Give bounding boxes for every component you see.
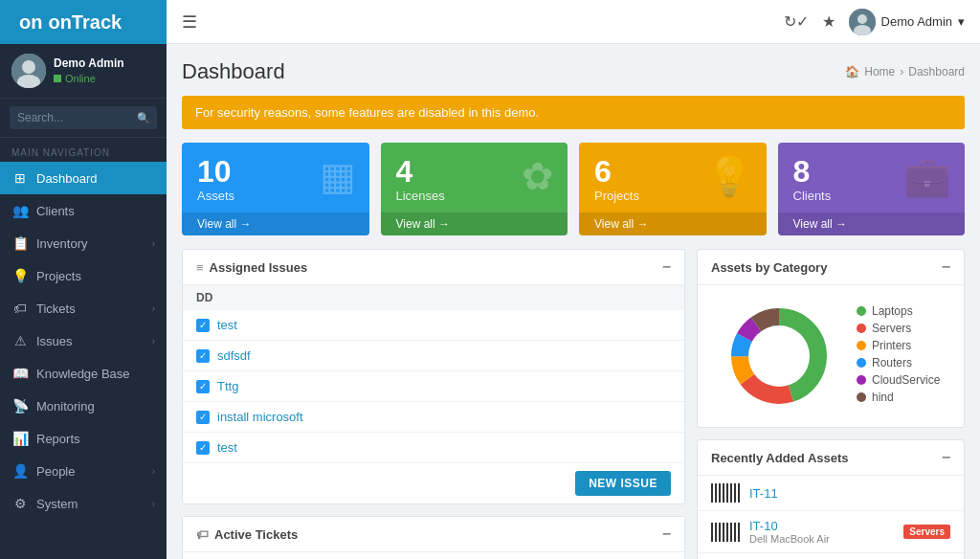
chevron-down-icon: ▾	[958, 14, 965, 29]
star-icon[interactable]: ★	[822, 12, 835, 31]
minimize-button[interactable]: −	[942, 259, 950, 275]
issue-checkbox[interactable]: ✓	[196, 380, 210, 393]
alert-banner: For security reasons, some features are …	[182, 96, 965, 129]
sidebar-item-clients[interactable]: 👥 Clients	[0, 194, 167, 227]
svg-point-12	[748, 325, 810, 387]
legend-item: hind	[857, 391, 940, 404]
clients-icon: 💼	[903, 154, 951, 199]
list-item: IT-9 Laptops	[698, 553, 964, 559]
active-tickets-title: Active Tickets	[214, 527, 298, 542]
content-area: Dashboard 🏠 Home › Dashboard For securit…	[167, 44, 980, 559]
issue-text: test	[217, 440, 237, 455]
sidebar-item-label: Dashboard	[36, 171, 155, 186]
content-header: Dashboard 🏠 Home › Dashboard	[182, 59, 965, 84]
sidebar-item-system[interactable]: ⚙ System ›	[0, 487, 167, 520]
sidebar-item-label: Monitoring	[36, 399, 155, 414]
search-input[interactable]	[10, 106, 157, 129]
clients-icon: 👥	[11, 203, 29, 218]
asset-sub: Dell MacBook Air	[749, 533, 894, 545]
sidebar-item-label: Reports	[36, 432, 155, 446]
assets-category-title: Assets by Category	[711, 260, 827, 275]
breadcrumb-icon: 🏠	[845, 65, 859, 78]
donut-chart-container: Laptops Servers Printers	[698, 285, 964, 427]
issue-group-header: DD	[183, 285, 684, 310]
dashboard-icon: ⊞	[11, 170, 29, 186]
licenses-view-all[interactable]: View all →	[381, 212, 568, 235]
projects-icon: 💡	[705, 154, 753, 199]
breadcrumb: 🏠 Home › Dashboard	[845, 65, 965, 78]
asset-badge-servers: Servers	[903, 525, 950, 539]
sidebar-item-inventory[interactable]: 📋 Inventory ›	[0, 227, 167, 259]
breadcrumb-home: Home	[864, 65, 895, 78]
issue-text: sdfsdf	[217, 348, 251, 363]
reports-icon: 📊	[11, 431, 29, 446]
refresh-icon[interactable]: ↻✓	[784, 12, 809, 31]
svg-point-1	[22, 60, 35, 74]
sidebar-item-dashboard[interactable]: ⊞ Dashboard	[0, 162, 167, 194]
assets-view-all[interactable]: View all →	[182, 212, 369, 235]
main-area: ☰ ↻✓ ★ Demo Admin ▾ Dashboard	[167, 0, 980, 559]
sidebar-item-tickets[interactable]: 🏷 Tickets ›	[0, 292, 167, 324]
active-tickets-panel: 🏷 Active Tickets −	[182, 516, 685, 559]
licenses-icon: ✿	[522, 154, 554, 198]
assets-by-category-panel: Assets by Category −	[697, 249, 965, 428]
donut-chart	[722, 299, 836, 414]
system-icon: ⚙	[11, 496, 29, 511]
sidebar-item-projects[interactable]: 💡 Projects	[0, 259, 167, 292]
sidebar-item-label: Projects	[36, 269, 155, 283]
sidebar-item-label: Issues	[36, 334, 152, 348]
issue-checkbox[interactable]: ✓	[196, 411, 210, 424]
sidebar-item-label: Knowledge Base	[36, 367, 155, 381]
minimize-button[interactable]: −	[942, 450, 950, 465]
legend-item: Servers	[857, 322, 940, 335]
minimize-button[interactable]: −	[662, 526, 671, 542]
tickets-icon: 🏷	[11, 301, 29, 316]
monitoring-icon: 📡	[11, 398, 29, 414]
sidebar-section-label: MAIN NAVIGATION	[0, 138, 167, 162]
assets-icon: ▦	[320, 154, 356, 198]
recently-added-title: Recently Added Assets	[711, 451, 849, 465]
sidebar-item-monitoring[interactable]: 📡 Monitoring	[0, 390, 167, 422]
projects-icon: 💡	[11, 268, 29, 283]
projects-view-all[interactable]: View all →	[579, 212, 767, 235]
assigned-issues-panel: ≡ Assigned Issues − DD ✓ test ✓ sdfsdf	[182, 249, 685, 504]
recently-added-assets-header: Recently Added Assets −	[698, 440, 964, 476]
brand-icon: on	[19, 11, 42, 34]
topbar-user-name: Demo Admin	[881, 14, 952, 29]
people-icon: 👤	[11, 463, 29, 479]
issues-icon: ⚠	[11, 333, 29, 348]
asset-id[interactable]: IT-10	[749, 519, 894, 533]
chevron-right-icon: ›	[152, 303, 155, 314]
clients-view-all[interactable]: View all →	[778, 212, 966, 235]
knowledge-base-icon: 📖	[11, 366, 29, 381]
sidebar-search-container: 🔍	[0, 99, 167, 138]
chevron-right-icon: ›	[152, 466, 155, 477]
hamburger-icon[interactable]: ☰	[182, 11, 197, 33]
issue-checkbox[interactable]: ✓	[196, 319, 210, 332]
topbar-user[interactable]: Demo Admin ▾	[849, 9, 965, 35]
issue-checkbox[interactable]: ✓	[196, 349, 210, 363]
left-column: ≡ Assigned Issues − DD ✓ test ✓ sdfsdf	[182, 249, 685, 559]
sidebar-item-label: Clients	[36, 204, 155, 218]
list-item: IT-11	[698, 476, 964, 511]
legend-item: Printers	[857, 339, 940, 352]
legend-item: Laptops	[857, 304, 940, 318]
legend-item: CloudService	[857, 373, 940, 387]
chevron-right-icon: ›	[152, 238, 155, 249]
stat-card-assets: 10 Assets ▦ View all →	[182, 143, 369, 235]
minimize-button[interactable]: −	[662, 259, 671, 275]
sidebar-item-reports[interactable]: 📊 Reports	[0, 422, 167, 455]
chevron-right-icon: ›	[152, 499, 155, 509]
sidebar-item-issues[interactable]: ⚠ Issues ›	[0, 324, 167, 357]
sidebar-item-people[interactable]: 👤 People ›	[0, 455, 167, 487]
assigned-issues-title: Assigned Issues	[210, 260, 308, 275]
recently-added-assets-panel: Recently Added Assets − IT-11 IT-10 Dell…	[697, 439, 965, 559]
stat-cards: 10 Assets ▦ View all → 4 Licenses ✿ View…	[182, 143, 965, 235]
issue-checkbox[interactable]: ✓	[196, 441, 210, 455]
sidebar-item-knowledge-base[interactable]: 📖 Knowledge Base	[0, 357, 167, 390]
asset-id[interactable]: IT-11	[749, 486, 950, 501]
new-issue-button[interactable]: NEW ISSUE	[575, 471, 671, 496]
issue-footer: NEW ISSUE	[183, 463, 684, 503]
barcode-icon	[711, 523, 740, 542]
active-tickets-empty	[183, 552, 684, 559]
